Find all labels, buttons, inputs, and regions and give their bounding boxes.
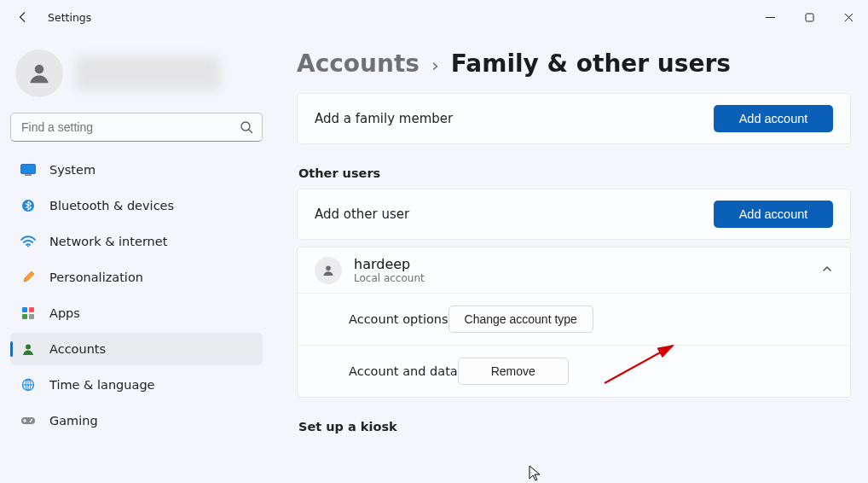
chevron-up-icon bbox=[821, 262, 833, 278]
nav-item-time-language[interactable]: Time & language bbox=[10, 369, 263, 401]
svg-rect-7 bbox=[22, 307, 27, 312]
monitor-icon bbox=[20, 162, 36, 177]
account-data-row: Account and data Remove bbox=[298, 345, 850, 397]
minimize-button[interactable] bbox=[750, 3, 790, 32]
remove-account-button[interactable]: Remove bbox=[458, 358, 569, 385]
svg-point-11 bbox=[26, 345, 31, 350]
gamepad-icon bbox=[20, 413, 36, 428]
svg-point-15 bbox=[31, 419, 32, 421]
svg-rect-4 bbox=[25, 175, 32, 176]
profile-block[interactable] bbox=[15, 49, 263, 97]
nav-item-system[interactable]: System bbox=[10, 154, 263, 186]
svg-rect-10 bbox=[29, 314, 34, 319]
person-icon bbox=[26, 61, 52, 86]
add-other-account-button[interactable]: Add account bbox=[714, 201, 833, 228]
chevron-right-icon: › bbox=[431, 55, 439, 76]
svg-rect-3 bbox=[21, 165, 36, 174]
page-title: Family & other users bbox=[451, 49, 731, 78]
apps-icon bbox=[20, 306, 36, 321]
nav-item-network[interactable]: Network & internet bbox=[10, 225, 263, 258]
close-icon bbox=[844, 13, 854, 22]
maximize-icon bbox=[805, 13, 814, 22]
close-button[interactable] bbox=[829, 3, 868, 32]
window-title: Settings bbox=[48, 11, 91, 24]
nav-label: Bluetooth & devices bbox=[49, 199, 174, 212]
add-family-label: Add a family member bbox=[315, 111, 453, 126]
titlebar: Settings bbox=[0, 0, 868, 34]
account-options-label: Account options bbox=[349, 312, 448, 326]
nav-item-apps[interactable]: Apps bbox=[10, 297, 263, 329]
svg-rect-9 bbox=[22, 314, 27, 319]
breadcrumb: Accounts › Family & other users bbox=[297, 49, 851, 78]
svg-rect-0 bbox=[806, 14, 813, 21]
maximize-button[interactable] bbox=[790, 3, 829, 32]
nav-label: Apps bbox=[49, 306, 80, 320]
user-header-row[interactable]: hardeep Local account bbox=[298, 247, 850, 293]
avatar bbox=[15, 49, 63, 97]
nav-item-personalization[interactable]: Personalization bbox=[10, 261, 263, 294]
other-users-header: Other users bbox=[298, 166, 851, 180]
globe-clock-icon bbox=[20, 377, 36, 393]
add-other-user-label: Add other user bbox=[315, 207, 409, 222]
back-button[interactable] bbox=[15, 9, 31, 25]
minimize-icon bbox=[766, 13, 775, 22]
window-controls bbox=[750, 3, 868, 32]
nav-item-accounts[interactable]: Accounts bbox=[10, 333, 263, 365]
nav-label: System bbox=[49, 163, 95, 177]
nav-item-bluetooth[interactable]: Bluetooth & devices bbox=[10, 189, 263, 222]
profile-name-redacted bbox=[75, 56, 220, 90]
nav-item-gaming[interactable]: Gaming bbox=[10, 404, 263, 437]
nav-label: Gaming bbox=[49, 414, 98, 428]
svg-point-2 bbox=[241, 122, 250, 131]
nav-label: Time & language bbox=[49, 378, 155, 392]
svg-point-6 bbox=[27, 246, 29, 247]
wifi-icon bbox=[20, 234, 36, 249]
user-avatar bbox=[315, 257, 342, 284]
bluetooth-icon bbox=[20, 198, 36, 213]
add-other-user-card: Add other user Add account bbox=[297, 189, 851, 240]
nav-label: Personalization bbox=[49, 271, 143, 284]
svg-point-1 bbox=[35, 65, 44, 74]
paintbrush-icon bbox=[20, 270, 36, 285]
change-account-type-button[interactable]: Change account type bbox=[448, 306, 593, 333]
user-card: hardeep Local account Account options Ch… bbox=[297, 247, 851, 398]
accounts-icon bbox=[20, 341, 36, 357]
user-type: Local account bbox=[354, 272, 425, 284]
kiosk-header: Set up a kiosk bbox=[298, 420, 851, 434]
arrow-left-icon bbox=[17, 11, 29, 23]
breadcrumb-parent[interactable]: Accounts bbox=[297, 49, 420, 78]
main-content: Accounts › Family & other users Add a fa… bbox=[273, 34, 868, 483]
svg-rect-8 bbox=[29, 307, 34, 312]
family-member-card: Add a family member Add account bbox=[297, 93, 851, 144]
search-box[interactable] bbox=[10, 113, 263, 142]
svg-point-17 bbox=[326, 265, 331, 271]
account-data-label: Account and data bbox=[349, 364, 458, 378]
search-input[interactable] bbox=[20, 119, 240, 135]
nav-list: System Bluetooth & devices Network & int… bbox=[10, 154, 263, 437]
svg-point-16 bbox=[30, 421, 32, 422]
search-icon bbox=[240, 120, 253, 134]
sidebar: System Bluetooth & devices Network & int… bbox=[0, 34, 273, 483]
nav-label: Accounts bbox=[49, 342, 106, 356]
user-name: hardeep bbox=[354, 256, 425, 272]
account-options-row: Account options Change account type bbox=[298, 293, 850, 345]
nav-label: Network & internet bbox=[49, 235, 167, 248]
person-icon bbox=[321, 264, 335, 277]
add-family-account-button[interactable]: Add account bbox=[714, 105, 833, 132]
